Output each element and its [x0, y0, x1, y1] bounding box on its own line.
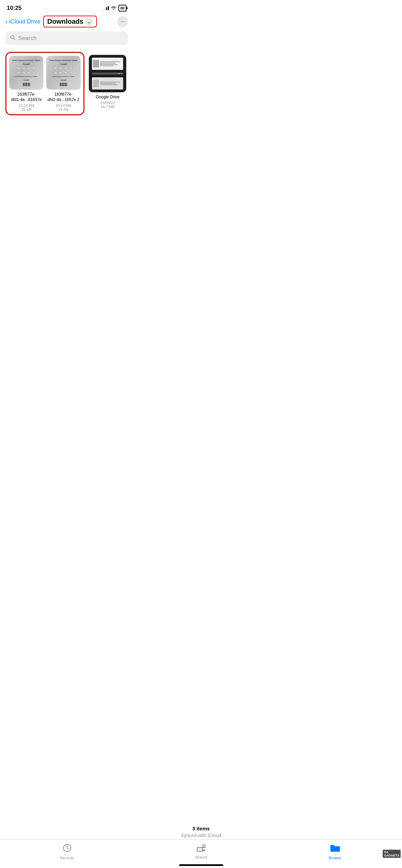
selected-items-group: Carica Papaya Leaf Extract Tablets Carip…: [5, 52, 84, 115]
file-size: 15 KB: [58, 107, 69, 112]
status-bar: 10:25 80: [0, 0, 133, 14]
file-name: Google Drive: [96, 95, 119, 100]
back-chevron-icon: ‹: [5, 18, 8, 25]
signal-icon: [103, 6, 109, 10]
blister-pack-image: Carica Papaya Leaf Extract Tablets Carip…: [9, 56, 43, 90]
title-section[interactable]: Downloads ⌄: [43, 16, 97, 27]
file-thumbnail: Carica Papaya Leaf Extract Tablets Carip…: [9, 56, 43, 90]
gdrive-image: Page 1/2: [89, 55, 126, 92]
wifi-icon: [111, 5, 116, 11]
search-icon: [10, 35, 16, 42]
more-button[interactable]: ···: [117, 16, 128, 27]
status-time: 10:25: [7, 5, 21, 12]
file-thumbnail: Carica Papaya Leaf Extract Tablets Carip…: [46, 56, 80, 90]
file-grid: Carica Papaya Leaf Extract Tablets Carip…: [0, 49, 133, 118]
search-placeholder: Search: [18, 35, 37, 42]
file-thumbnail: Page 1/2: [89, 55, 127, 93]
ellipsis-icon: ···: [120, 18, 125, 25]
blister-pack-image: Carica Papaya Leaf Extract Tablets Carip…: [46, 56, 80, 90]
navigation-bar: ‹ iCloud Drive Downloads ⌄ ···: [0, 14, 133, 30]
file-size: 15 KB: [21, 107, 32, 112]
file-item[interactable]: Page 1/2 Google Drive 23/09/22 16.7 MB: [89, 52, 127, 109]
file-name: 1b3f877e-dfd1-4e...1657e 2: [47, 92, 79, 102]
file-date: 10:24 AM: [18, 103, 34, 107]
page-title: Downloads: [47, 18, 83, 25]
file-date: 10:24 AM: [56, 103, 71, 107]
file-date: 23/09/22: [100, 101, 115, 105]
battery-icon: 80: [118, 5, 127, 12]
file-item[interactable]: Carica Papaya Leaf Extract Tablets Carip…: [46, 56, 80, 112]
search-bar[interactable]: Search: [5, 32, 128, 45]
svg-line-1: [14, 39, 15, 40]
file-size: 16.7 MB: [101, 105, 115, 109]
back-button[interactable]: ‹ iCloud Drive: [5, 18, 40, 25]
file-name: 1b3f877e-dfd1-4e...61657e: [11, 92, 42, 102]
status-icons: 80: [103, 5, 127, 12]
file-item[interactable]: Carica Papaya Leaf Extract Tablets Carip…: [9, 56, 43, 112]
back-label: iCloud Drive: [9, 18, 41, 25]
chevron-down-icon: ⌄: [85, 18, 93, 25]
